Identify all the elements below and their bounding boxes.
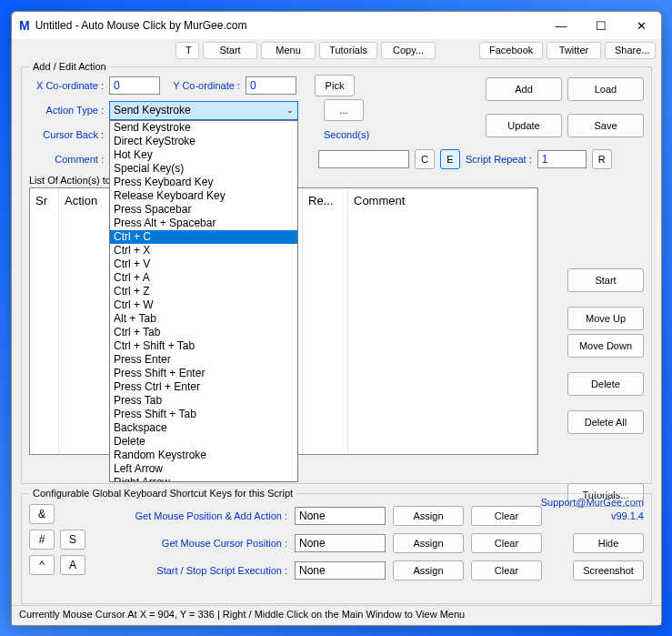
movedown-button[interactable]: Move Down — [567, 334, 644, 358]
dropdown-option[interactable]: Ctrl + V — [110, 257, 297, 271]
x-input[interactable] — [109, 76, 160, 95]
e-button[interactable]: E — [440, 149, 460, 169]
dropdown-option[interactable]: Press Shift + Enter — [110, 367, 297, 380]
side-buttons-list: Start Move Up Move Down Delete Delete Al… — [567, 268, 644, 521]
toolbar-tutorials-button[interactable]: Tutorials — [319, 42, 377, 59]
dropdown-option[interactable]: Press Spacebar — [110, 203, 297, 217]
dropdown-option[interactable]: Backspace — [110, 421, 297, 435]
clear1-button[interactable]: Clear — [471, 506, 542, 526]
caret-button[interactable]: ^ — [29, 555, 55, 575]
combo-box[interactable]: Send Keystroke ⌄ — [109, 101, 298, 120]
dropdown-option[interactable]: Release Keyboard Key — [110, 189, 297, 203]
shortcut1-label: Get Mouse Position & Add Action : — [95, 510, 287, 521]
dropdown-option[interactable]: Send Keystroke — [110, 121, 297, 135]
dropdown-option[interactable]: Ctrl + W — [110, 298, 297, 312]
clear3-button[interactable]: Clear — [471, 560, 542, 580]
dropdown-option[interactable]: Direct KeyStroke — [110, 135, 297, 148]
script-repeat-label: Script Repeat : — [466, 154, 532, 165]
seconds-label: Second(s) — [324, 129, 369, 140]
dropdown-option[interactable]: Right Arrow — [110, 476, 297, 482]
dropdown-option[interactable]: Hot Key — [110, 148, 297, 162]
script-repeat-input[interactable] — [537, 150, 587, 168]
col-sr[interactable]: Sr — [30, 188, 59, 454]
dropdown-option[interactable]: Press Shift + Tab — [110, 408, 297, 421]
add-button[interactable]: Add — [486, 77, 562, 101]
assign3-button[interactable]: Assign — [393, 560, 464, 580]
s-button[interactable]: S — [60, 530, 85, 550]
toolbar-t-button[interactable]: T — [176, 42, 199, 59]
content-area: Add / Edit Action Add Load Update Save X… — [12, 61, 661, 605]
dropdown-option[interactable]: Ctrl + Z — [110, 285, 297, 298]
version-label: v99.1.4 — [611, 510, 644, 521]
start-button[interactable]: Start — [567, 268, 644, 292]
window-title: Untitled - Auto Mouse Click by MurGee.co… — [35, 19, 541, 32]
col-comment[interactable]: Comment — [348, 188, 537, 454]
shortcut2-input[interactable] — [295, 534, 386, 552]
deleteall-button[interactable]: Delete All — [567, 410, 644, 434]
save-button[interactable]: Save — [567, 114, 644, 137]
dropdown-option[interactable]: Ctrl + X — [110, 244, 297, 257]
action-type-dropdown[interactable]: Send KeystrokeDirect KeyStrokeHot KeySpe… — [109, 120, 298, 482]
toolbar-twitter-button[interactable]: Twitter — [547, 42, 601, 59]
app-icon: M — [19, 18, 30, 33]
moveup-button[interactable]: Move Up — [567, 307, 644, 330]
app-window: M Untitled - Auto Mouse Click by MurGee.… — [11, 11, 662, 626]
action-type-combo[interactable]: Send Keystroke ⌄ Send KeystrokeDirect Ke… — [109, 101, 298, 120]
dropdown-option[interactable]: Press Tab — [110, 394, 297, 408]
dropdown-option[interactable]: Left Arrow — [110, 462, 297, 476]
dropdown-option[interactable]: Ctrl + A — [110, 271, 297, 285]
dropdown-option[interactable]: Press Enter — [110, 353, 297, 367]
y-input[interactable] — [246, 76, 296, 95]
maximize-button[interactable]: ☐ — [581, 12, 621, 39]
dropdown-option[interactable]: Press Keyboard Key — [110, 176, 297, 189]
add-edit-fieldset: Add / Edit Action Add Load Update Save X… — [21, 61, 652, 484]
col-repeat[interactable]: Re... — [303, 188, 348, 454]
status-bar: Currently Mouse Cursor At X = 904, Y = 3… — [12, 605, 661, 625]
fieldset-legend: Add / Edit Action — [29, 61, 110, 72]
c-button[interactable]: C — [415, 149, 435, 169]
cursor-back-label: Cursor Back : — [29, 129, 104, 140]
dropdown-option[interactable]: Special Key(s) — [110, 162, 297, 176]
x-label: X Co-ordinate : — [29, 80, 104, 91]
toolbar-share-button[interactable]: Share... — [605, 42, 656, 59]
comment-label: Comment : — [29, 154, 104, 165]
minimize-button[interactable]: — — [541, 12, 581, 39]
update-button[interactable]: Update — [486, 114, 562, 137]
combo-selected: Send Keystroke — [114, 104, 191, 116]
toolbar-facebook-button[interactable]: Facebook — [479, 42, 543, 59]
support-link[interactable]: Support@MurGee.com — [541, 497, 644, 508]
hash-button[interactable]: # — [29, 530, 55, 550]
dropdown-option[interactable]: Press Alt + Spacebar — [110, 217, 297, 230]
shortcut3-input[interactable] — [295, 561, 386, 580]
hide-button[interactable]: Hide — [573, 533, 644, 553]
pick-button[interactable]: Pick — [315, 75, 355, 96]
dropdown-option[interactable]: Ctrl + Tab — [110, 326, 297, 339]
comment-input[interactable] — [318, 150, 409, 168]
y-label: Y Co-ordinate : — [165, 80, 240, 91]
assign2-button[interactable]: Assign — [393, 533, 464, 553]
assign1-button[interactable]: Assign — [393, 506, 464, 526]
a-button[interactable]: A — [60, 555, 85, 575]
shortcut1-input[interactable] — [295, 507, 386, 525]
r-button[interactable]: R — [592, 149, 612, 169]
load-button[interactable]: Load — [567, 77, 644, 101]
dropdown-option[interactable]: Press Ctrl + Enter — [110, 380, 297, 394]
toolbar-menu-button[interactable]: Menu — [261, 42, 316, 59]
dots-button[interactable]: ... — [324, 99, 364, 121]
clear2-button[interactable]: Clear — [471, 533, 542, 553]
dropdown-option[interactable]: Random Keystroke — [110, 449, 297, 462]
action-type-label: Action Type : — [29, 105, 104, 116]
toolbar-copy-button[interactable]: Copy... — [381, 42, 436, 59]
shortcut-row-3: Start / Stop Script Execution : Assign C… — [95, 559, 644, 582]
dropdown-option[interactable]: Ctrl + C — [110, 230, 297, 244]
dropdown-option[interactable]: Alt + Tab — [110, 312, 297, 326]
close-button[interactable]: ✕ — [621, 12, 661, 39]
dropdown-option[interactable]: Ctrl + Shift + Tab — [110, 339, 297, 353]
shortcuts-fieldset: Configurable Global Keyboard Shortcut Ke… — [21, 488, 652, 604]
toolbar-start-button[interactable]: Start — [203, 42, 257, 59]
amp-button[interactable]: & — [29, 504, 55, 524]
dropdown-option[interactable]: Delete — [110, 435, 297, 449]
delete-button[interactable]: Delete — [567, 372, 644, 396]
shortcut2-label: Get Mouse Cursor Position : — [95, 538, 287, 549]
screenshot-button[interactable]: Screenshot — [573, 560, 644, 580]
